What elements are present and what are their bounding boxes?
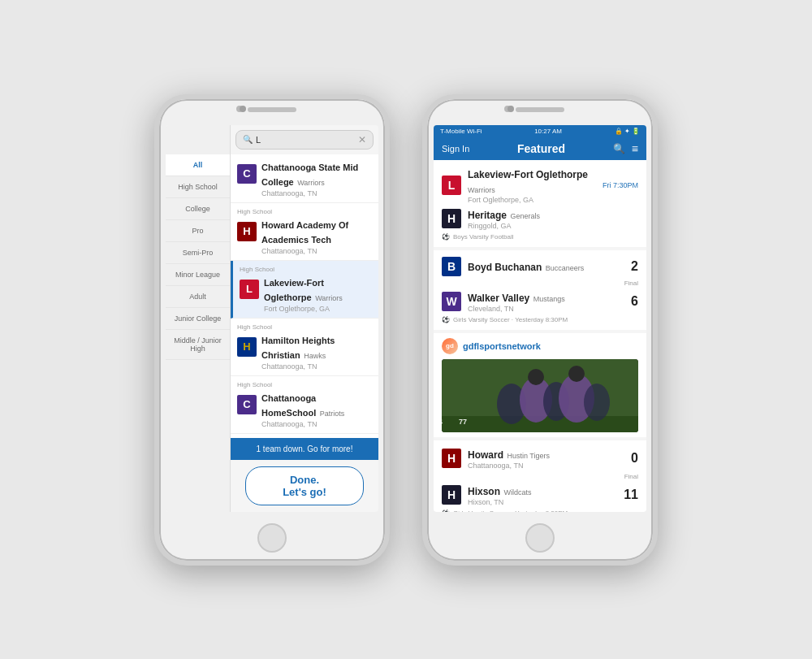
status-icons: 🔒 ✦ 🔋 <box>615 128 640 135</box>
team-loc-heritage-feat: Ringgold, GA <box>468 222 638 230</box>
team-mascot-walker-feat: Mustangs <box>533 295 565 303</box>
team-loc-howard-feat: Chattanooga, TN <box>468 462 624 470</box>
side-button-right-right <box>656 180 658 221</box>
score-howard: 0 <box>631 451 638 465</box>
result-category-chatt-home: High School <box>237 381 372 388</box>
media-card[interactable]: gd gdflsportsnetwork <box>434 333 646 437</box>
side-button-right-left <box>422 164 424 189</box>
nav-title: Featured <box>517 142 565 155</box>
front-camera-right <box>508 106 514 112</box>
team-logo-chattstate: C <box>237 164 257 184</box>
result-item-howard-academy[interactable]: High School H Howard Academy Of Academic… <box>231 203 378 261</box>
team-name-walker-feat: Walker Valley <box>468 293 529 304</box>
result-name-chatt-home: Chattanooga HomeSchool <box>261 393 316 418</box>
team-logo-heritage-feat: H <box>442 209 461 228</box>
score-walker: 6 <box>622 294 638 309</box>
filter-semi-pro[interactable]: Semi-Pro <box>166 242 230 264</box>
menu-icon[interactable]: ≡ <box>632 142 638 155</box>
filter-pro[interactable]: Pro <box>166 220 230 242</box>
carrier: T-Mobile Wi-Fi <box>440 128 482 135</box>
filter-college[interactable]: College <box>166 198 230 220</box>
result-mascot-lakeview: Warriors <box>315 294 343 302</box>
right-screen: T-Mobile Wi-Fi 10:27 AM 🔒 ✦ 🔋 Sign In Fe… <box>434 125 646 512</box>
front-camera-left <box>240 106 246 112</box>
team-loc-lakeview-feat: Fort Oglethorpe, GA <box>468 196 591 204</box>
home-button-left[interactable] <box>257 523 287 553</box>
game-card-howard-hixson[interactable]: H Howard Hustin Tigers Chattanooga, TN 0 <box>434 440 646 512</box>
team-mascot-boyd-feat: Buccaneers <box>546 264 585 272</box>
result-location-chattstate: Chattanooga, TN <box>261 189 372 197</box>
result-category-howard: High School <box>237 208 372 215</box>
team-loc-walker-feat: Cleveland, TN <box>468 305 615 313</box>
team-logo-howard-feat: H <box>442 449 461 468</box>
filter-sidebar: All High School College Pro Semi-Pro Min… <box>166 125 231 512</box>
team-logo-boyd-feat: B <box>442 257 461 276</box>
side-button-left <box>154 164 156 189</box>
side-button-right <box>388 180 390 221</box>
result-mascot-hamilton: Hawks <box>304 352 326 360</box>
svg-point-8 <box>568 366 585 382</box>
result-location-hamilton: Chattanooga, TN <box>261 362 372 371</box>
team-logo-hixson-feat: H <box>442 485 461 505</box>
result-name-howard-acad: Howard Academy Of Academics Tech <box>261 220 348 245</box>
filter-all[interactable]: All <box>166 154 230 176</box>
team-logo-chatt-home: C <box>237 395 257 414</box>
result-item-chatt-homeschool[interactable]: High School C Chattanooga HomeSchool Pat… <box>231 376 378 434</box>
team-mascot-howard-feat: Hustin Tigers <box>507 452 550 460</box>
filter-adult[interactable]: Adult <box>166 286 230 308</box>
result-item-hamilton[interactable]: High School H Hamilton Heights Christian… <box>231 319 378 376</box>
media-name: gdflsportsnetwork <box>463 341 541 351</box>
media-image: 74 77 CRESCENT CITY vs BAYOU <box>442 359 638 432</box>
result-location-chatt-home: Chattanooga, TN <box>261 420 372 428</box>
game-meta-howard-hixson: ⚽Girls Varsity Soccer · Yesterday 8:30PM <box>442 509 638 512</box>
phones-container: All High School College Pro Semi-Pro Min… <box>138 78 674 582</box>
game-card-boyd-walker[interactable]: B Boyd Buchanan Buccaneers 2 Fi <box>434 250 646 330</box>
team-logo-lakeview-feat: L <box>442 176 461 195</box>
team-loc-hixson-feat: Hixson, TN <box>468 498 615 506</box>
final-label-boyd: Final <box>624 280 638 287</box>
sign-in-button[interactable]: Sign In <box>442 144 469 154</box>
media-logo: gd <box>442 338 458 354</box>
result-mascot-chattstate: Warriors <box>297 179 325 187</box>
team-name-lakeview-feat: Lakeview-Fort Oglethorpe <box>468 169 588 180</box>
team-name-boyd-feat: Boyd Buchanan <box>468 262 542 273</box>
team-logo-howard-acad: H <box>237 222 257 241</box>
status-time: 10:27 AM <box>534 128 562 135</box>
svg-text:74: 74 <box>442 418 443 426</box>
score-boyd: 2 <box>631 259 638 273</box>
result-location-howard-acad: Chattanooga, TN <box>261 247 372 255</box>
final-label-howard: Final <box>624 473 638 480</box>
search-results-panel: 🔍 L ✕ C Chattanooga State Mid College Wa… <box>231 125 378 512</box>
svg-text:77: 77 <box>459 418 467 426</box>
game-time-lakeview-heritage: Fri 7:30PM <box>598 181 638 189</box>
svg-point-7 <box>528 369 544 385</box>
status-bar: T-Mobile Wi-Fi 10:27 AM 🔒 ✦ 🔋 <box>434 125 646 137</box>
search-icon: 🔍 <box>243 135 253 144</box>
filter-middle-junior-high[interactable]: Middle / Junior High <box>166 330 230 360</box>
team-mascot-hixson-feat: Wildcats <box>503 488 531 496</box>
bottom-banner: 1 team down. Go for more! <box>231 438 378 460</box>
featured-content: L Lakeview-Fort Oglethorpe Warriors Fort… <box>434 160 646 512</box>
result-item-chattanooga-state[interactable]: C Chattanooga State Mid College Warriors… <box>231 154 378 203</box>
filter-minor-league[interactable]: Minor League <box>166 264 230 286</box>
result-category-lakeview: High School <box>240 266 372 273</box>
results-list: C Chattanooga State Mid College Warriors… <box>231 154 378 438</box>
done-button[interactable]: Done. Let's go! <box>245 466 364 505</box>
search-bar[interactable]: 🔍 L ✕ <box>235 130 374 150</box>
svg-point-6 <box>584 384 610 421</box>
result-mascot-chatt-home: Patriots <box>320 410 345 418</box>
team-logo-lakeview: L <box>240 280 259 299</box>
filter-high-school[interactable]: High School <box>166 176 230 198</box>
left-screen: All High School College Pro Semi-Pro Min… <box>166 125 378 512</box>
filter-junior-college[interactable]: Junior College <box>166 308 230 330</box>
search-icon[interactable]: 🔍 <box>613 143 625 154</box>
nav-bar: Sign In Featured 🔍 ≡ <box>434 137 646 160</box>
search-input-value: L <box>256 135 358 145</box>
result-category-hamilton: High School <box>237 323 372 331</box>
home-button-right[interactable] <box>525 523 555 553</box>
team-name-heritage-feat: Heritage <box>468 210 507 221</box>
search-clear-icon[interactable]: ✕ <box>358 134 366 145</box>
game-card-lakeview-heritage[interactable]: L Lakeview-Fort Oglethorpe Warriors Fort… <box>434 160 646 247</box>
team-name-howard-feat: Howard <box>468 449 503 461</box>
result-item-lakeview[interactable]: High School L Lakeview-Fort Oglethorpe W… <box>231 261 378 319</box>
